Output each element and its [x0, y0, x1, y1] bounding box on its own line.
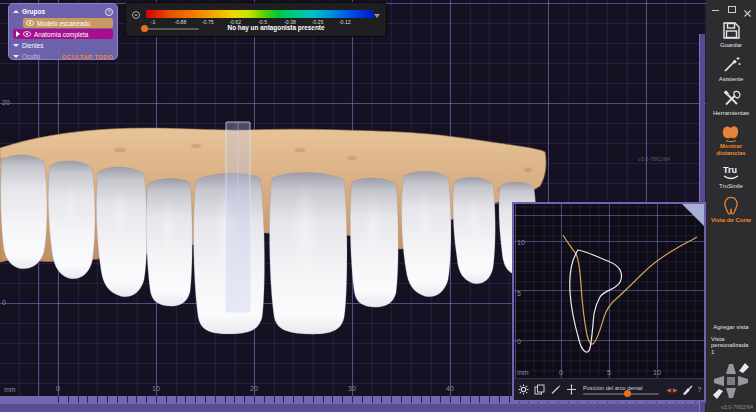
eye-icon: [26, 20, 34, 26]
step-next-button[interactable]: ▶: [673, 386, 678, 393]
nav-rotate-ne-arrow[interactable]: [739, 363, 749, 373]
colorbar-tick: -1: [151, 19, 156, 25]
save-label: Guardar: [720, 42, 742, 49]
arch-position-handle[interactable]: [624, 390, 631, 397]
tools-label: Herramientas: [713, 110, 749, 117]
group-item-full-anatomy[interactable]: Anatomía completa: [13, 29, 113, 39]
custom-view-number: 1: [711, 349, 756, 355]
xsec-x-tick: 10: [653, 369, 661, 376]
nav-up-arrow[interactable]: [726, 364, 736, 374]
colorbar-tick: -0.12: [339, 19, 351, 25]
group-item-label: Oculto: [22, 53, 40, 60]
nav-left-arrow[interactable]: [714, 376, 724, 386]
nav-rotate-sw-arrow[interactable]: [713, 389, 723, 399]
help-icon[interactable]: ?: [105, 8, 113, 16]
show-distances-label: Mostrar distancias: [708, 143, 754, 157]
step-prev-button[interactable]: ◀: [666, 386, 671, 393]
copy-view-icon[interactable]: [533, 383, 546, 396]
brush-tool-icon[interactable]: [680, 383, 693, 396]
group-item-teeth[interactable]: Dientes: [13, 40, 113, 51]
settings-gear-icon[interactable]: [517, 383, 530, 396]
minimize-icon[interactable]: [711, 4, 720, 13]
antagonist-status-message: No hay un antagonista presente: [228, 24, 325, 31]
assistant-label: Asistente: [719, 76, 744, 83]
groups-panel: Grupos ? Modelo escaneado Anatomía compl…: [8, 3, 118, 60]
trusmile-button[interactable]: Tru TruSmile: [706, 161, 756, 190]
measure-pen-icon[interactable]: [549, 383, 562, 396]
custom-view-label: Vista personalizada: [711, 336, 748, 348]
eye-icon: [23, 31, 31, 37]
arch-position-track[interactable]: [583, 393, 659, 395]
custom-view-item[interactable]: Vista personalizada 1: [706, 336, 756, 355]
panel-fold-corner[interactable]: [682, 204, 704, 226]
distance-color-scale: [146, 10, 374, 18]
add-view-button[interactable]: Agregar vista: [713, 324, 748, 330]
right-sidebar: Guardar Asistente Herramientas: [706, 0, 756, 412]
group-item-hidden[interactable]: Oculto OCULTAR TODO: [13, 51, 113, 62]
save-icon: [721, 20, 742, 41]
hide-all-button[interactable]: OCULTAR TODO: [62, 53, 113, 60]
dental-cad-app: 20 10 0 0 10 20 30 40 mm v3.0-7662/64: [0, 0, 756, 412]
colorbar-tick: -0.75: [202, 19, 214, 25]
tools-icon: [721, 88, 742, 109]
arch-position-slider[interactable]: Posición del arco dental: [583, 385, 659, 395]
svg-text:Tru: Tru: [723, 165, 737, 175]
xsec-y-tick: 0: [517, 338, 521, 345]
chevron-down-icon[interactable]: [374, 14, 380, 18]
xsec-y-tick: 10: [517, 239, 525, 246]
cut-view-label: Vista de Corte: [711, 217, 751, 224]
cross-section-plot[interactable]: 10 5 0 0 5 10 mm: [514, 204, 704, 378]
nav-center[interactable]: [727, 377, 735, 385]
transparency-slider-handle[interactable]: [141, 25, 148, 32]
cut-view-button[interactable]: Vista de Corte: [706, 195, 756, 224]
cross-section-toolbar: Posición del arco dental ◀ ▶ ?: [514, 378, 704, 400]
view-navigation-pad[interactable]: [709, 359, 753, 403]
move-plane-icon[interactable]: [565, 383, 578, 396]
expand-arrow-icon[interactable]: [16, 31, 20, 37]
group-item-label: Dientes: [22, 42, 43, 49]
arch-position-label: Posición del arco dental: [583, 385, 659, 391]
window-controls: [711, 2, 752, 15]
show-distances-button[interactable]: Mostrar distancias: [706, 122, 756, 157]
trusmile-label: TruSmile: [719, 183, 743, 190]
nav-right-arrow[interactable]: [738, 376, 748, 386]
chevron-down-icon: [13, 55, 19, 58]
group-item-label: Anatomía completa: [34, 31, 88, 38]
chevron-up-icon: [13, 10, 19, 13]
chevron-down-icon: [13, 44, 19, 47]
transparency-slider-track[interactable]: [144, 28, 199, 30]
cross-section-panel: 10 5 0 0 5 10 mm: [512, 202, 706, 402]
nav-down-arrow[interactable]: [726, 388, 736, 398]
xsec-x-tick: 0: [559, 369, 563, 376]
groups-title: Grupos: [22, 8, 102, 15]
magic-wand-icon: [721, 54, 742, 75]
colorbar-settings-icon[interactable]: [132, 11, 140, 19]
cross-section-plane-handle[interactable]: [226, 122, 250, 312]
group-item-label: Modelo escaneado: [37, 20, 90, 27]
teeth-distance-icon: [720, 122, 742, 142]
occlusion-colorbar-panel: -1 -0.88 -0.75 -0.62 -0.5 -0.38 -0.25 -0…: [126, 3, 386, 36]
group-item-scan-model[interactable]: Modelo escaneado: [23, 18, 113, 28]
assistant-button[interactable]: Asistente: [706, 54, 756, 83]
close-icon[interactable]: [743, 4, 752, 13]
trusmile-icon: Tru: [720, 161, 742, 182]
xsec-y-tick: 5: [517, 290, 521, 297]
app-version: v3.0-7662/64: [721, 403, 756, 412]
tooth-section-icon: [720, 195, 742, 216]
colorbar-tick: -0.88: [174, 19, 186, 25]
xsec-x-tick: 5: [607, 369, 611, 376]
maximize-icon[interactable]: [727, 4, 736, 13]
xsec-unit-label: mm: [517, 369, 529, 376]
help-icon[interactable]: ?: [697, 386, 701, 393]
save-button[interactable]: Guardar: [706, 20, 756, 49]
groups-header[interactable]: Grupos ?: [13, 6, 113, 17]
tools-button[interactable]: Herramientas: [706, 88, 756, 117]
